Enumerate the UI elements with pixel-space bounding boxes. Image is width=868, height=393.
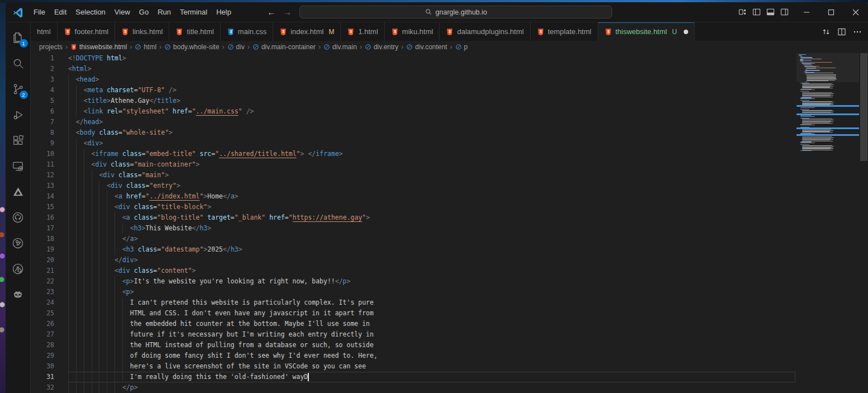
code-line[interactable]: 19<h3 class="datestamp">2025</h3> xyxy=(31,244,795,255)
activitybar-extensions[interactable] xyxy=(6,127,31,153)
code-line[interactable]: 1<!DOCTYPE html> xyxy=(31,53,795,64)
code-line[interactable]: 26the embedded hit counter at the bottom… xyxy=(31,319,795,329)
activitybar-gitlens[interactable] xyxy=(6,230,31,256)
toggle-panel-icon[interactable] xyxy=(766,8,775,16)
css-file-icon: 3 xyxy=(227,28,235,36)
code-line[interactable]: 22<p>It's the website you're looking at … xyxy=(31,276,795,287)
code-line[interactable]: 4<meta charset="UTF-8" /> xyxy=(31,85,795,96)
tab-1.html[interactable]: 51.html xyxy=(341,22,384,41)
activitybar-run-and-debug[interactable] xyxy=(6,102,31,127)
menu-edit[interactable]: Edit xyxy=(50,6,71,18)
breadcrumb-item[interactable]: div.content xyxy=(415,43,447,51)
minimap[interactable] xyxy=(797,53,859,393)
menu-view[interactable]: View xyxy=(110,6,135,18)
code-line[interactable]: 7</head> xyxy=(31,117,795,127)
toggle-primary-sidebar-icon[interactable] xyxy=(752,8,761,16)
tab-title.html[interactable]: 5title.html xyxy=(169,22,220,41)
code-line[interactable]: 24I can't pretend this website is partic… xyxy=(31,297,795,308)
menu-help[interactable]: Help xyxy=(212,6,236,18)
menu-go[interactable]: Go xyxy=(135,6,153,18)
code-line[interactable]: 15<div class="title-block"> xyxy=(31,202,795,212)
more-actions-icon[interactable] xyxy=(850,25,865,39)
activitybar-github[interactable] xyxy=(6,205,31,230)
breadcrumb-item[interactable]: div.main xyxy=(332,43,357,51)
code-line[interactable]: 25HTML and CSS. I don't even have any ja… xyxy=(31,308,795,319)
line-number: 4 xyxy=(31,85,68,96)
code-editor[interactable]: 1<!DOCTYPE html>2<html>3<head>4<meta cha… xyxy=(31,53,868,393)
html-file-icon: 5 xyxy=(391,28,399,36)
code-line[interactable]: 28the HTML instead of pulling from a dat… xyxy=(31,340,795,351)
code-line[interactable]: 18</a> xyxy=(31,234,795,244)
menu-file[interactable]: File xyxy=(29,6,50,18)
tab-miku.html[interactable]: 5miku.html xyxy=(385,22,440,41)
code-line[interactable]: 3<head> xyxy=(31,74,795,85)
tab-html[interactable]: html xyxy=(31,22,58,41)
activitybar-extension-triangle[interactable] xyxy=(6,179,31,205)
toggle-secondary-sidebar-icon[interactable] xyxy=(780,8,789,16)
code-line[interactable]: 30here's a live screenshot of the site i… xyxy=(31,361,795,372)
split-editor-icon[interactable] xyxy=(834,25,849,39)
code-line[interactable]: 32</p> xyxy=(31,382,795,393)
breadcrumb-item[interactable]: p xyxy=(464,43,468,51)
breadcrumb-item[interactable]: div.entry xyxy=(374,43,398,51)
code-line[interactable]: 27future if it's necessary but I'm writi… xyxy=(31,329,795,340)
chevron-right-icon: › xyxy=(65,43,68,51)
activitybar-explorer[interactable]: 1 xyxy=(6,25,31,50)
vertical-scrollbar[interactable] xyxy=(860,53,868,393)
scrollbar-thumb[interactable] xyxy=(860,53,867,161)
tab-index.html[interactable]: 5index.htmlM xyxy=(273,22,341,41)
code-line[interactable]: 20</div> xyxy=(31,255,795,266)
code-line[interactable]: 9<div> xyxy=(31,138,795,149)
menu-selection[interactable]: Selection xyxy=(71,6,109,18)
nav-back-button[interactable]: ← xyxy=(267,7,275,17)
code-line[interactable]: 17<h3>This Website</h3> xyxy=(31,223,795,234)
code-line[interactable]: 5<title>Athene.Gay</title> xyxy=(31,96,795,106)
breadcrumb-item[interactable]: div xyxy=(236,43,245,51)
breadcrumb-file[interactable]: thiswebsite.html xyxy=(79,43,127,51)
tab-links.html[interactable]: 5links.html xyxy=(115,22,169,41)
maximize-button[interactable] xyxy=(819,2,843,22)
minimize-button[interactable] xyxy=(794,2,819,22)
code-line[interactable]: 16<a class="blog-title" target="_blank" … xyxy=(31,212,795,223)
code-line[interactable]: 29of doing some fancy shit I don't see w… xyxy=(31,351,795,361)
code-line[interactable]: 10<iframe class="embed-title" src="../sh… xyxy=(31,149,795,159)
menu-terminal[interactable]: Terminal xyxy=(175,6,212,18)
tab-template.html[interactable]: 5template.html xyxy=(531,22,598,41)
breadcrumb-item[interactable]: div.main-container xyxy=(261,43,316,51)
chevron-right-icon: › xyxy=(450,43,453,51)
tab-dalamudplugins.html[interactable]: 5dalamudplugins.html xyxy=(440,22,530,41)
breadcrumb-root[interactable]: projects xyxy=(39,43,63,51)
symbol-element-icon xyxy=(406,43,413,51)
code-line[interactable]: 8<body class="whole-site"> xyxy=(31,127,795,138)
code-line[interactable]: 23<p> xyxy=(31,287,795,297)
tab-thiswebsite.html[interactable]: 5thiswebsite.htmlU xyxy=(598,22,695,41)
code-line[interactable]: 6<link rel="stylesheet" href="../main.cs… xyxy=(31,106,795,117)
customize-layout-icon[interactable] xyxy=(738,8,747,16)
code-line[interactable]: 21<div class="content"> xyxy=(31,266,795,276)
breadcrumb-item[interactable]: html xyxy=(144,43,156,51)
dirty-dot-icon[interactable] xyxy=(684,30,688,34)
code-line[interactable]: 12<div class="main"> xyxy=(31,170,795,181)
code-line[interactable]: 2<html> xyxy=(31,64,795,74)
nav-forward-button[interactable]: → xyxy=(283,7,292,17)
open-changes-icon[interactable] xyxy=(819,25,833,39)
code-line[interactable]: 13<div class="entry"> xyxy=(31,181,795,191)
activitybar-source-control[interactable]: 2 xyxy=(6,76,31,102)
close-button[interactable] xyxy=(843,2,868,22)
command-center[interactable]: gnargle.github.io xyxy=(299,6,612,18)
code-text: </p> xyxy=(68,382,795,393)
activitybar-gitlens-search[interactable] xyxy=(6,256,31,282)
activitybar-godot-tools[interactable] xyxy=(6,282,31,307)
code-line[interactable]: 31I'm really doing this the 'old-fashion… xyxy=(31,372,795,382)
code-line[interactable]: 14<a href="../index.html">Home</a> xyxy=(31,191,795,202)
minimap-row xyxy=(800,150,812,151)
tab-main.css[interactable]: 3main.css xyxy=(221,22,273,41)
code-line[interactable]: 11<div class="main-container"> xyxy=(31,159,795,170)
activitybar-search[interactable] xyxy=(6,50,31,76)
menu-run[interactable]: Run xyxy=(153,6,175,18)
line-number: 21 xyxy=(31,266,68,276)
breadcrumb-item[interactable]: body.whole-site xyxy=(173,43,220,51)
activitybar-remote-explorer[interactable] xyxy=(6,153,31,179)
tab-footer.html[interactable]: 5footer.html xyxy=(58,22,116,41)
minimap-row xyxy=(800,116,815,117)
